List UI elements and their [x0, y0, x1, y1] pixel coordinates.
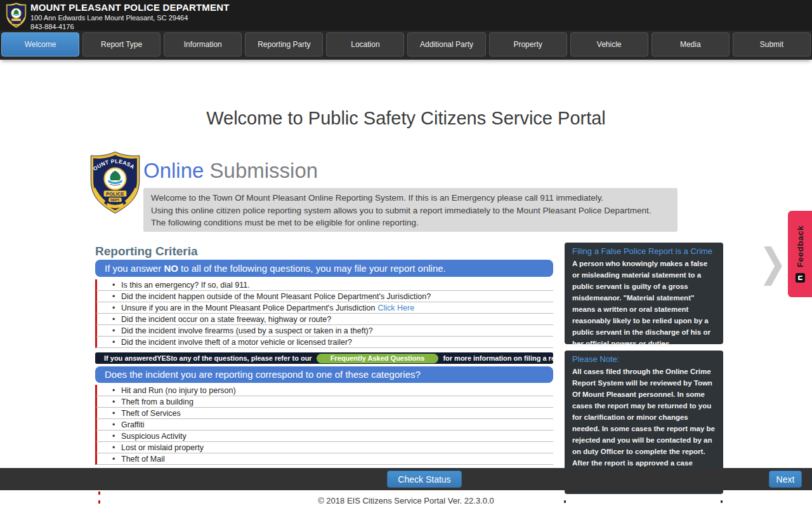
main-nav: Welcome Report Type Information Reportin… — [0, 30, 812, 60]
answer-no-banner: If you answer NO to all of the following… — [95, 260, 553, 277]
intro-text-box: Welcome to the Town Of Mount Pleasant On… — [143, 188, 678, 232]
section-heading: Online Submission — [143, 159, 318, 183]
nav-tab[interactable]: Submit — [733, 32, 811, 57]
intro-line: The following conditions must be met to … — [151, 217, 670, 229]
question-text: Did the incident involve firearms (used … — [121, 326, 373, 335]
faq-suffix: for more information on filing a report. — [443, 354, 570, 362]
feedback-logo-icon — [796, 273, 805, 283]
screening-questions-list: Is this an emergency? If so, dial 911. D… — [95, 279, 553, 348]
category-item: Hit and Run (no injury to person) — [95, 385, 553, 396]
question-text: Is this an emergency? If so, dial 911. — [121, 281, 250, 290]
nav-tab[interactable]: Location — [326, 32, 404, 57]
question-item: Did the incident involve firearms (used … — [95, 325, 553, 337]
faq-middle: to any of the questions, please refer to… — [171, 354, 311, 362]
category-item: Theft of Services — [95, 408, 553, 419]
nav-tab[interactable]: Report Type — [82, 32, 160, 57]
svg-text:POLICE: POLICE — [106, 191, 124, 197]
please-note-title: Please Note: — [572, 354, 716, 364]
question-text: Did the incident involve theft of a moto… — [121, 338, 352, 347]
cutoff-list-border-mark — [98, 491, 100, 495]
header-text-block: MOUNT PLEASANT POLICE DEPARTMENT 100 Ann… — [30, 2, 230, 30]
question-item: Did the incident involve theft of a moto… — [95, 337, 553, 348]
nav-tab[interactable]: Welcome — [1, 32, 79, 57]
scroll-right-chevron-icon[interactable]: ❯ — [759, 243, 787, 283]
faq-button[interactable]: Frequently Asked Questions — [317, 354, 439, 363]
category-item: Graffiti — [95, 419, 553, 431]
question-text: Did the incident occur on a state freewa… — [121, 315, 331, 324]
nav-tab[interactable]: Reporting Party — [245, 32, 323, 57]
category-item: Theft from a building — [95, 396, 553, 408]
police-badge-logo: MOUNT PLEASANT POLICE DEPT. — [88, 150, 142, 215]
category-item: Suspicious Activity — [95, 431, 553, 442]
department-phone: 843-884-4176 — [30, 23, 230, 30]
nav-tab[interactable]: Additional Party — [407, 32, 485, 57]
faq-bold: YES — [157, 354, 171, 362]
categories-list: Hit and Run (no injury to person) Theft … — [95, 385, 553, 465]
banner1-prefix: If you answer — [105, 263, 164, 274]
category-item: Lost or mislaid property — [95, 442, 553, 453]
criteria-heading: Reporting Criteria — [95, 244, 198, 258]
section-heading-submission: Submission — [204, 159, 318, 182]
question-text: Did the incident happen outside of the M… — [121, 292, 431, 301]
nav-tab[interactable]: Vehicle — [570, 32, 648, 57]
nav-tab[interactable]: Media — [652, 32, 730, 57]
jurisdiction-link[interactable]: Click Here — [378, 304, 415, 312]
question-item: Is this an emergency? If so, dial 911. — [95, 279, 553, 291]
section-heading-online: Online — [143, 159, 204, 182]
app-header: MOUNT PLEASANT POLICE DEPARTMENT 100 Ann… — [0, 0, 812, 30]
false-report-panel: Filing a False Police Report is a Crime … — [565, 243, 723, 344]
intro-line: Using this online citizen police reporti… — [151, 204, 670, 217]
page-title: Welcome to Public Safety Citizens Servic… — [0, 108, 812, 129]
nav-tab[interactable]: Information — [164, 32, 242, 57]
intro-line: Welcome to the Town Of Mount Pleasant On… — [151, 192, 670, 204]
category-item: Theft of Mail — [95, 453, 553, 465]
false-report-title: Filing a False Police Report is a Crime — [572, 246, 716, 256]
question-item: Did the incident occur on a state freewa… — [95, 314, 553, 325]
police-badge-icon — [5, 2, 27, 29]
banner1-suffix: to all of the following questions, you m… — [178, 263, 446, 274]
department-address: 100 Ann Edwards Lane Mount Pleasant, SC … — [30, 14, 230, 22]
citizens-service-portal-page: MOUNT PLEASANT POLICE DEPARTMENT 100 Ann… — [0, 0, 812, 508]
nav-tab[interactable]: Property — [489, 32, 567, 57]
false-report-body: A person who knowingly makes a false or … — [572, 258, 716, 349]
question-item: Did the incident happen outside of the M… — [95, 291, 553, 302]
banner1-bold: NO — [164, 263, 178, 274]
nav-tabs: Welcome Report Type Information Reportin… — [1, 32, 811, 57]
svg-text:DEPT.: DEPT. — [110, 198, 120, 202]
next-button[interactable]: Next — [769, 471, 802, 488]
feedback-tab[interactable]: Feedback — [788, 211, 812, 297]
question-text: Unsure if you are in the Mount Pleasant … — [121, 304, 376, 312]
check-status-button[interactable]: Check Status — [387, 471, 462, 488]
please-note-body: All cases filed through the Online Crime… — [572, 366, 716, 480]
question-item: Unsure if you are in the Mount Pleasant … — [95, 302, 553, 314]
copyright-footer: © 2018 EIS Citizens Service Portal Ver. … — [0, 496, 812, 505]
categories-banner: Does the incident you are reporting corr… — [95, 366, 553, 383]
feedback-label: Feedback — [796, 225, 805, 267]
bottom-action-bar: Check Status Next — [0, 468, 812, 490]
faq-prefix: If you answered — [104, 354, 157, 362]
department-name: MOUNT PLEASANT POLICE DEPARTMENT — [30, 2, 230, 13]
faq-strip: If you answered YES to any of the questi… — [95, 352, 553, 364]
